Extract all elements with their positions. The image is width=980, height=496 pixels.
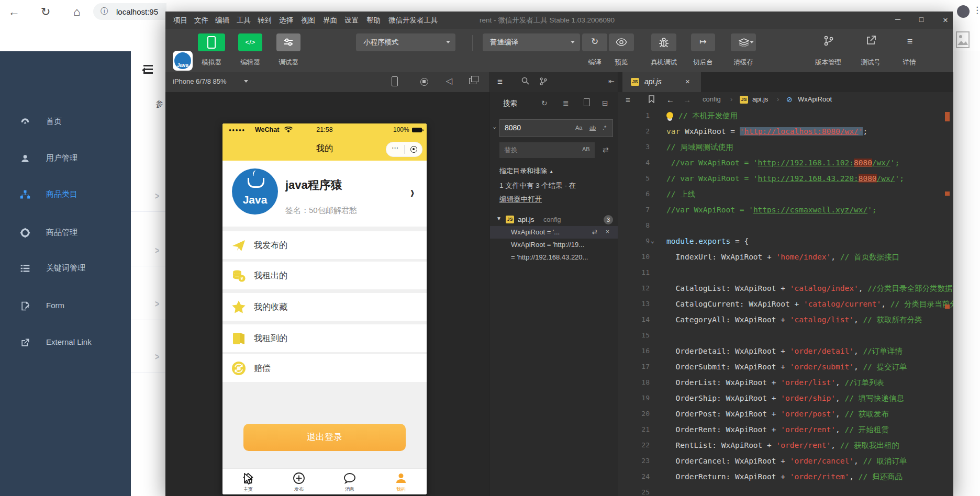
menu-goto[interactable]: 转到 <box>258 16 272 25</box>
code-lines[interactable]: 1// 本机开发使用2var WxApiRoot = 'http://local… <box>618 108 953 496</box>
browser-menu-icon[interactable]: ⋮ <box>973 5 980 16</box>
collapse-sidebar-icon[interactable] <box>139 65 153 74</box>
git-panel-icon[interactable] <box>540 77 547 86</box>
tab-messages[interactable]: 消息 <box>331 469 368 494</box>
mode-dropdown[interactable]: 小程序模式 <box>356 33 455 51</box>
address-bar[interactable]: ⓘ localhost:95 <box>93 3 166 20</box>
tab-api-js[interactable]: JS api.js × <box>622 72 701 92</box>
sidebar-item-home[interactable]: 首页 <box>0 110 131 134</box>
collapse-all-icon[interactable]: ⊟ <box>602 99 608 107</box>
maximize-icon[interactable]: □ <box>914 15 929 24</box>
account-avatar[interactable]: Java <box>173 51 193 71</box>
clear-cache-button[interactable] <box>731 33 756 51</box>
menu-select[interactable]: 选择 <box>279 16 293 25</box>
code-line[interactable]: 24 OrderReturn: WxApiRoot + 'order/ritem… <box>618 469 953 484</box>
close-tab-icon[interactable]: × <box>685 77 690 86</box>
outline-icon[interactable]: ≡ <box>626 95 630 104</box>
fold-icon[interactable]: ⌄ <box>651 233 654 249</box>
row-expand-icon[interactable]: > <box>155 245 159 256</box>
more-icon[interactable]: ⋯ <box>392 144 399 152</box>
site-info-icon[interactable]: ⓘ <box>101 7 108 16</box>
toggle-replace-icon[interactable]: ⌄ <box>492 123 497 130</box>
breadcrumb-file[interactable]: api.js <box>752 95 768 103</box>
devtools-titlebar[interactable]: 项目 文件 编辑 工具 转到 选择 视图 界面 设置 帮助 微信开发者工具 re… <box>165 12 953 29</box>
sidebar-item-categories[interactable]: 商品类目 <box>0 183 131 207</box>
close-icon[interactable]: × <box>938 15 953 26</box>
code-line[interactable]: 4 //var WxApiRoot = 'http://192.168.1.10… <box>618 155 953 171</box>
regex-icon[interactable]: .* <box>603 125 606 131</box>
menu-project[interactable]: 项目 <box>173 16 187 25</box>
breadcrumb-symbol[interactable]: WxApiRoot <box>798 95 832 103</box>
menu-settings[interactable]: 设置 <box>344 16 359 25</box>
menu-file[interactable]: 文件 <box>194 16 208 25</box>
refresh-icon[interactable]: ↻ <box>41 0 50 24</box>
capsule-menu[interactable]: ⋯ <box>386 142 422 157</box>
row-expand-icon[interactable]: > <box>155 190 159 201</box>
search-panel-icon[interactable] <box>521 77 529 85</box>
tab-publish[interactable]: 发布 <box>281 469 317 494</box>
code-line[interactable]: 1// 本机开发使用 <box>618 108 953 123</box>
list-panel-icon[interactable]: ≡ <box>497 77 503 87</box>
lightbulb-icon[interactable] <box>666 112 673 119</box>
to-background-button[interactable]: ↦ <box>691 33 715 51</box>
search-result-row[interactable]: WxApiRoot = '... ⇄ × <box>490 226 618 239</box>
sound-icon[interactable]: ◁ <box>446 76 452 86</box>
code-line[interactable]: 12 CatalogList: WxApiRoot + 'catalog/ind… <box>618 280 953 296</box>
preview-button[interactable] <box>609 33 634 51</box>
code-line[interactable]: 7//var WxApiRoot = 'https://csmaxwell.xy… <box>618 202 953 218</box>
dirs-toggle[interactable]: 指定目录和排除 ▲ <box>499 166 554 176</box>
replace-input[interactable]: 替换 AB <box>499 142 595 158</box>
sidebar-item-external-link[interactable]: External Link <box>0 331 131 355</box>
code-line[interactable]: 21 OrderRent: WxApiRoot + 'order/rent', … <box>618 422 953 437</box>
refresh-results-icon[interactable]: ↻ <box>541 99 548 107</box>
preserve-case-icon[interactable]: AB <box>582 146 590 152</box>
menu-interface[interactable]: 界面 <box>323 16 337 25</box>
sidebar-item-products[interactable]: 商品管理 <box>0 221 131 245</box>
menu-help[interactable]: 帮助 <box>366 16 381 25</box>
whole-word-icon[interactable]: ab <box>589 125 596 131</box>
code-line[interactable]: 5// var WxApiRoot = 'http://192.168.43.2… <box>618 171 953 186</box>
code-line[interactable]: 15 <box>618 328 953 343</box>
menu-view[interactable]: 视图 <box>301 16 315 25</box>
device-frame-icon[interactable] <box>392 76 398 88</box>
code-line[interactable]: 22 RentList: WxApiRoot + 'order/rent', /… <box>618 437 953 453</box>
collapse-panel-icon[interactable]: ⇤ <box>608 77 615 85</box>
code-line[interactable]: 6// 上线 <box>618 186 953 202</box>
code-line[interactable]: 14 CategoryAll: WxApiRoot + 'catalog/lis… <box>618 312 953 328</box>
sidebar-item-users[interactable]: 用户管理 <box>0 146 131 171</box>
tab-mine[interactable]: 我的 <box>383 469 419 494</box>
record-icon[interactable] <box>420 78 428 87</box>
code-line[interactable]: 17 OrderSubmit: WxApiRoot + 'order/submi… <box>618 359 953 375</box>
sidebar-item-form[interactable]: Form <box>0 294 131 318</box>
open-in-editor-link[interactable]: 编辑器中打开 <box>499 195 542 204</box>
row-expand-icon[interactable]: > <box>155 352 159 363</box>
code-line[interactable]: 3// 局域网测试使用 <box>618 139 953 155</box>
code-line[interactable]: 10 IndexUrl: WxApiRoot + 'home/index', /… <box>618 249 953 265</box>
debugger-toggle-button[interactable] <box>276 33 300 51</box>
menu-my-posts[interactable]: 我发布的 <box>222 231 427 259</box>
code-line[interactable]: 11 <box>618 265 953 280</box>
logout-button[interactable]: 退出登录 <box>243 424 406 451</box>
details-button[interactable]: ≡ <box>903 35 917 48</box>
menu-my-rented-out[interactable]: ¥ 我租出的 <box>222 262 427 289</box>
search-result-row[interactable]: = 'http://192.168.43.220... <box>490 251 618 264</box>
compile-mode-dropdown[interactable]: 普通编译 <box>483 33 580 51</box>
menu-compensation[interactable]: 赔偿 <box>222 354 427 382</box>
simulator-toggle-button[interactable] <box>198 33 225 51</box>
code-line[interactable]: 23 OrderCancel: WxApiRoot + 'order/cance… <box>618 453 953 469</box>
bookmark-icon[interactable] <box>649 95 654 103</box>
dismiss-match-icon[interactable]: × <box>606 228 609 235</box>
match-case-icon[interactable]: Aa <box>575 125 582 131</box>
menu-my-favorites[interactable]: 我的收藏 <box>222 293 427 321</box>
code-line[interactable]: 2var WxApiRoot = 'http://localhost:8080/… <box>618 123 953 139</box>
test-account-button[interactable] <box>864 35 878 48</box>
device-selector[interactable]: iPhone 6/7/8 85% <box>173 77 227 85</box>
profile-card[interactable]: Java java程序猿 签名：50包邮解君愁 › <box>222 161 427 227</box>
menu-edit[interactable]: 编辑 <box>215 16 229 25</box>
code-line[interactable]: 9⌄module.exports = { <box>618 233 953 249</box>
sidebar-item-keywords[interactable]: 关键词管理 <box>0 256 131 280</box>
code-line[interactable]: 19 OrderShip: WxApiRoot + 'order/ship', … <box>618 390 953 406</box>
replace-all-icon[interactable]: ⇄ <box>603 145 609 154</box>
clear-results-icon[interactable]: ≣ <box>563 99 569 107</box>
minimize-icon[interactable]: ─ <box>890 15 906 24</box>
